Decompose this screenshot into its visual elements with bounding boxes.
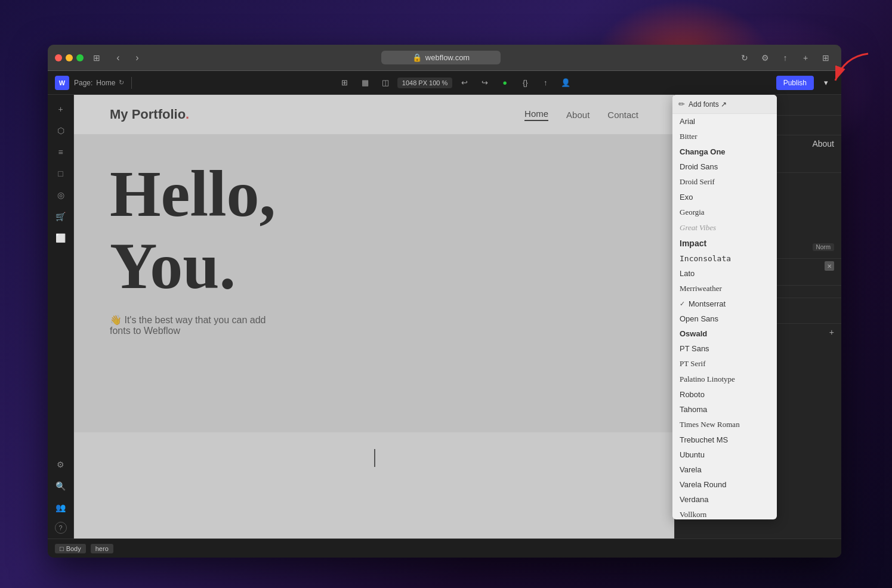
font-item-open-sans[interactable]: Open Sans	[672, 311, 777, 326]
font-item-varela-round[interactable]: Varela Round	[672, 477, 777, 492]
export-button[interactable]: ↑	[537, 75, 554, 91]
sidebar-search-icon[interactable]: 🔍	[51, 476, 70, 496]
url-text: webflow.com	[425, 53, 470, 62]
sidebar-settings-icon[interactable]: ⚙	[51, 455, 70, 474]
hero-section: Hello, You. 👋 It's the best way that you…	[74, 134, 674, 432]
breadcrumb-bar: □ Body hero	[48, 539, 841, 558]
hero-subtitle: 👋 It's the best way that you can add fon…	[110, 314, 638, 336]
font-item-oswald[interactable]: Oswald	[672, 326, 777, 341]
font-pen-icon: ✏	[678, 100, 685, 109]
address-bar[interactable]: 🔒 webflow.com	[381, 51, 501, 64]
sidebar-users-icon[interactable]: 👥	[51, 498, 70, 517]
font-item-georgia[interactable]: Georgia	[672, 205, 777, 220]
page-name: Home	[96, 79, 115, 87]
sidebar-ecommerce-icon[interactable]: 🛒	[51, 207, 70, 226]
back-button[interactable]: ‹	[110, 49, 126, 66]
sidebar-toggle-button[interactable]: ⊞	[88, 49, 105, 66]
sidebar-pages-icon[interactable]: □	[51, 164, 70, 183]
toolbar-center: ⊞ ▦ ◫ 1048 PX 100 % ↩ ↪ ● {} ↑ 👤	[139, 75, 771, 91]
font-item-varela[interactable]: Varela	[672, 462, 777, 477]
font-item-trebuchet[interactable]: Trebuchet MS	[672, 432, 777, 447]
font-item-pt-serif[interactable]: PT Serif	[672, 356, 777, 372]
font-item-droid-serif[interactable]: Droid Serif	[672, 174, 777, 190]
font-item-impact[interactable]: Impact	[672, 236, 777, 251]
breadcrumb-body-icon: □	[60, 545, 64, 552]
font-item-palatino[interactable]: Palatino Linotype	[672, 372, 777, 387]
main-editor-area: + ⬡ ≡ □ ◎ 🛒 ⬜ ⚙ 🔍 👥 ? My Portfolio. Home	[48, 95, 841, 539]
page-label: Page:	[74, 79, 92, 87]
breadcrumb-hero-label: hero	[95, 545, 109, 552]
viewport-indicator: 1048 PX 100 %	[397, 78, 452, 88]
font-item-arial[interactable]: Arial	[672, 114, 777, 129]
about-text: About	[812, 139, 834, 169]
breadcrumb-body[interactable]: □ Body	[55, 544, 86, 553]
dropdown-arrow[interactable]: ▾	[817, 75, 834, 91]
app-toolbar: W Page: Home ↻ ⊞ ▦ ◫ 1048 PX 100 % ↩ ↪ ●…	[48, 71, 841, 95]
undo-button[interactable]: ↩	[456, 75, 473, 91]
font-item-times-new-roman[interactable]: Times New Roman	[672, 417, 777, 432]
site-logo: My Portfolio.	[110, 107, 189, 122]
redo-button[interactable]: ↪	[476, 75, 493, 91]
site-header: My Portfolio. Home About Contact	[74, 95, 674, 134]
font-item-great-vibes[interactable]: Great Vibes	[672, 220, 777, 236]
new-tab-button[interactable]: +	[797, 49, 814, 66]
font-item-merriweather[interactable]: Merriweather	[672, 281, 777, 296]
font-item-lato[interactable]: Lato	[672, 266, 777, 281]
browser-window: ⊞ ‹ › 🔒 webflow.com ↻ ⚙ ↑ + ⊞ W Page:	[48, 45, 841, 558]
sidebar-navigator-icon[interactable]: ≡	[51, 143, 70, 162]
minimize-button[interactable]	[66, 54, 73, 61]
font-item-bitter[interactable]: Bitter	[672, 129, 777, 144]
font-item-vollkorn[interactable]: Vollkorn	[672, 507, 777, 519]
font-item-roboto[interactable]: Roboto	[672, 387, 777, 402]
add-fonts-button[interactable]: Add fonts ↗	[689, 100, 727, 109]
add-gradient-button[interactable]: +	[829, 327, 834, 337]
settings-button[interactable]: ⚙	[757, 49, 773, 66]
font-item-changa[interactable]: Changa One	[672, 144, 777, 159]
webflow-logo: W	[55, 76, 69, 90]
nav-about[interactable]: About	[566, 110, 589, 120]
font-item-pt-sans[interactable]: PT Sans	[672, 341, 777, 356]
nav-contact[interactable]: Contact	[607, 110, 638, 120]
forward-button[interactable]: ›	[129, 49, 146, 66]
font-item-tahoma[interactable]: Tahoma	[672, 402, 777, 417]
lock-icon: 🔒	[412, 53, 422, 62]
normal-badge: Norm	[813, 243, 834, 251]
canvas-area[interactable]: My Portfolio. Home About Contact Hello, …	[74, 95, 674, 539]
font-dropdown-header: ✏ Add fonts ↗	[672, 95, 777, 114]
sidebar-components-icon[interactable]: ⬡	[51, 121, 70, 140]
extensions-button[interactable]: ⊞	[817, 49, 834, 66]
font-item-ubuntu[interactable]: Ubuntu	[672, 447, 777, 462]
breadcrumb-hero[interactable]: hero	[91, 544, 113, 553]
font-item-droid-sans[interactable]: Droid Sans	[672, 159, 777, 174]
nav-home[interactable]: Home	[524, 109, 548, 121]
close-x-button[interactable]: ✕	[825, 261, 834, 271]
font-item-exo[interactable]: Exo	[672, 190, 777, 205]
publish-button[interactable]: Publish	[776, 76, 814, 90]
font-item-montserrat[interactable]: Montserrat	[672, 296, 777, 311]
font-item-verdana[interactable]: Verdana	[672, 492, 777, 507]
breadcrumb-body-label: Body	[66, 545, 81, 552]
sidebar-assets-icon[interactable]: ⬜	[51, 228, 70, 247]
layout-button[interactable]: ▦	[357, 75, 374, 91]
account-button[interactable]: 👤	[557, 75, 574, 91]
website-mockup: My Portfolio. Home About Contact Hello, …	[74, 95, 674, 539]
components-button[interactable]: ◫	[377, 75, 394, 91]
status-button[interactable]: ●	[496, 75, 513, 91]
code-button[interactable]: {}	[517, 75, 533, 91]
font-item-inconsolata[interactable]: Inconsolata	[672, 251, 777, 266]
font-list: Arial Bitter Changa One Droid Sans Droid…	[672, 114, 777, 519]
sidebar-help-icon[interactable]: ?	[55, 522, 67, 534]
cursor-line	[374, 449, 375, 467]
toolbar-right: Publish ▾	[776, 75, 834, 91]
browser-nav-buttons: ‹ ›	[110, 49, 146, 66]
close-button[interactable]	[55, 54, 62, 61]
address-bar-container: 🔒 webflow.com	[150, 51, 731, 64]
refresh-icon[interactable]: ↻	[119, 79, 124, 86]
sidebar-cms-icon[interactable]: ◎	[51, 185, 70, 205]
hero-text: Hello, You.	[110, 158, 638, 302]
add-element-button[interactable]: ⊞	[337, 75, 353, 91]
sidebar-add-icon[interactable]: +	[51, 100, 70, 119]
maximize-button[interactable]	[76, 54, 84, 61]
share-button[interactable]: ↑	[777, 49, 794, 66]
reload-button[interactable]: ↻	[736, 49, 753, 66]
